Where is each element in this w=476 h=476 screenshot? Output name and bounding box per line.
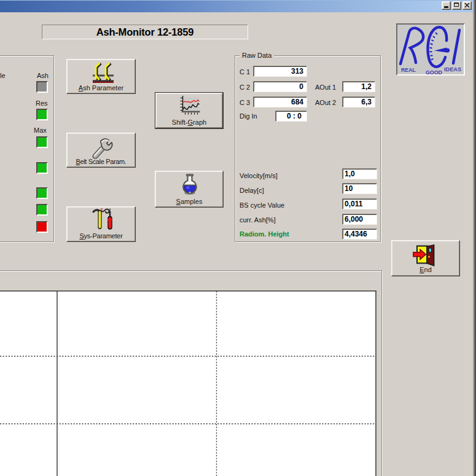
svg-text:IDEAS: IDEAS — [444, 66, 461, 72]
svg-text:GOOD: GOOD — [426, 69, 442, 74]
svg-text:REAL: REAL — [401, 66, 416, 73]
